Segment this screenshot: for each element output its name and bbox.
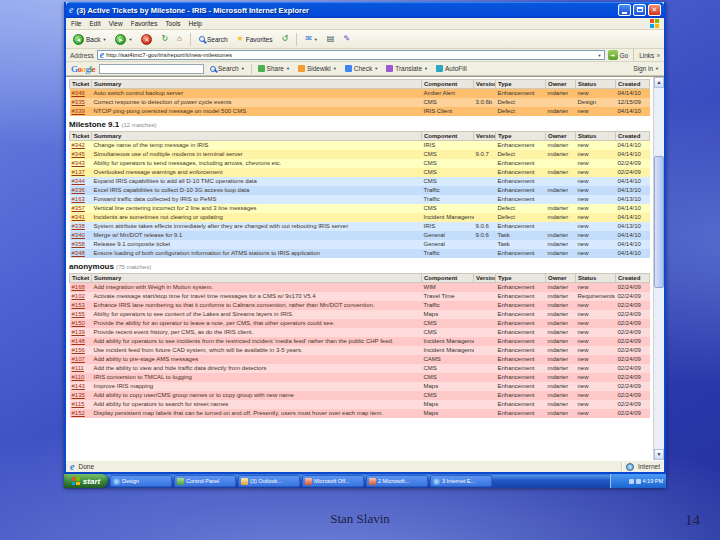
cell-summary[interactable]: Add the ability to view and hide traffic…	[92, 364, 422, 373]
cell-summary[interactable]: Add ability to copy user/CMS group names…	[92, 391, 422, 400]
search-button[interactable]: Search	[196, 35, 231, 44]
google-check-button[interactable]: Check▼	[343, 65, 380, 72]
cell-ticket[interactable]: #107	[70, 355, 92, 364]
maximize-button[interactable]	[633, 4, 646, 16]
scroll-down-icon[interactable]: ▼	[654, 449, 664, 460]
cell-summary[interactable]: Improve IRIS mapping	[92, 382, 422, 391]
cell-summary[interactable]: Ability for operators to send messages, …	[92, 159, 422, 168]
column-header-version[interactable]: Version	[474, 274, 496, 283]
cell-ticket[interactable]: #338	[70, 222, 92, 231]
column-header-status[interactable]: Status	[576, 80, 616, 89]
cell-ticket[interactable]: #150	[70, 319, 92, 328]
cell-ticket[interactable]: #110	[70, 373, 92, 382]
menu-tools[interactable]: Tools	[165, 20, 180, 27]
favorites-button[interactable]: ★ Favorites	[234, 34, 276, 44]
section-title[interactable]: Milestone 9.1	[69, 120, 119, 129]
cell-ticket[interactable]: #152	[70, 409, 92, 418]
cell-ticket[interactable]: #137	[70, 168, 92, 177]
close-button[interactable]: ✕	[648, 4, 661, 16]
cell-summary[interactable]: Add ability for operators to search for …	[92, 400, 422, 409]
cell-ticket[interactable]: #342	[70, 141, 92, 151]
cell-ticket[interactable]: #341	[70, 213, 92, 222]
cell-ticket[interactable]: #153	[70, 301, 92, 310]
taskbar-item-control-panel[interactable]: Control Panel	[174, 475, 236, 487]
taskbar-item-design[interactable]: Design	[110, 475, 172, 487]
column-header-ticket[interactable]: Ticket	[70, 274, 92, 283]
cell-ticket[interactable]: #139	[70, 328, 92, 337]
tray-icon[interactable]	[636, 479, 641, 484]
refresh-button[interactable]: ↻	[158, 34, 171, 44]
taskbar-item-internet-explorer[interactable]: 3 Internet E...	[430, 475, 492, 487]
cell-summary[interactable]: Use incident feed from future CAD system…	[92, 346, 422, 355]
menu-view[interactable]: View	[109, 20, 123, 27]
google-autofill-button[interactable]: AutoFill	[434, 65, 469, 72]
vertical-scrollbar[interactable]: ▲ ▼	[653, 77, 664, 460]
google-sidewiki-button[interactable]: Sidewiki▼	[296, 65, 339, 72]
cell-summary[interactable]: Forward traffic data collected by IRIS t…	[92, 195, 422, 204]
cell-ticket[interactable]: #168	[70, 283, 92, 293]
cell-summary[interactable]: Auto switch control backup server	[92, 89, 422, 99]
section-title[interactable]: anonymous	[69, 262, 114, 271]
cell-summary[interactable]: Vertical line centering incorrect for 2 …	[92, 204, 422, 213]
mail-button[interactable]: ✉▼	[302, 34, 321, 44]
history-button[interactable]: ↺	[278, 34, 291, 44]
system-tray[interactable]: 4:19 PM	[610, 474, 666, 488]
cell-summary[interactable]: Correct response to detection of power c…	[92, 98, 422, 107]
menu-help[interactable]: Help	[189, 20, 202, 27]
forward-dropdown-icon[interactable]: ▼	[128, 37, 132, 42]
edit-button[interactable]: ✎	[340, 34, 353, 44]
forward-button[interactable]: ► ▼	[112, 33, 135, 46]
menu-file[interactable]: File	[71, 20, 81, 27]
go-button[interactable]: ➔ Go	[608, 50, 629, 60]
menu-edit[interactable]: Edit	[89, 20, 100, 27]
cell-summary[interactable]: Add ability for operators to see inciden…	[92, 337, 422, 346]
cell-ticket[interactable]: #339	[70, 107, 92, 116]
cell-summary[interactable]: Activate message start/stop time for tra…	[92, 292, 422, 301]
cell-summary[interactable]: System attribute takes effects immediate…	[92, 222, 422, 231]
column-header-owner[interactable]: Owner	[546, 274, 576, 283]
cell-ticket[interactable]: #111	[70, 364, 92, 373]
taskbar-item-office[interactable]: Microsoft Off...	[302, 475, 364, 487]
column-header-created[interactable]: Created	[616, 274, 650, 283]
cell-summary[interactable]: NTCIP ping-pong oversized message on mod…	[92, 107, 422, 116]
cell-summary[interactable]: Expand IRIS capabilities to add all D-10…	[92, 177, 422, 186]
taskbar-item-office-group[interactable]: 2 Microsoft...	[366, 475, 428, 487]
address-input[interactable]: e http://sat4tmc7-gov/iris/report/it/new…	[97, 50, 605, 60]
taskbar-item-outlook[interactable]: (3) Outlook...	[238, 475, 300, 487]
cell-summary[interactable]: Display persistent map labels that can b…	[92, 409, 422, 418]
column-header-created[interactable]: Created	[616, 80, 650, 89]
cell-ticket[interactable]: #155	[70, 310, 92, 319]
cell-summary[interactable]: Release 9.1 composite ticket	[92, 240, 422, 249]
cell-summary[interactable]: Incidents are sometimes not clearing or …	[92, 213, 422, 222]
scroll-up-icon[interactable]: ▲	[654, 77, 664, 88]
cell-ticket[interactable]: #344	[70, 177, 92, 186]
home-button[interactable]: ⌂	[174, 34, 185, 44]
column-header-owner[interactable]: Owner	[546, 132, 576, 141]
address-dropdown-icon[interactable]: ▼	[598, 53, 602, 58]
cell-summary[interactable]: Merge w/ Mn/DOT release for 9.1	[92, 231, 422, 240]
column-header-owner[interactable]: Owner	[546, 80, 576, 89]
google-search-button[interactable]: Search▼	[208, 65, 247, 72]
menu-favorites[interactable]: Favorites	[131, 20, 158, 27]
google-share-button[interactable]: Share▼	[256, 65, 292, 72]
start-button[interactable]: start	[64, 474, 108, 488]
stop-button[interactable]: ✕	[138, 33, 155, 46]
column-header-created[interactable]: Created	[616, 132, 650, 141]
tray-icon[interactable]	[629, 479, 634, 484]
cell-summary[interactable]: Ability for operators to see content of …	[92, 310, 422, 319]
column-header-status[interactable]: Status	[576, 132, 616, 141]
cell-summary[interactable]: Overlooked message warnings and enforcem…	[92, 168, 422, 177]
column-header-type[interactable]: Type	[496, 274, 546, 283]
google-translate-button[interactable]: Translate▼	[384, 65, 430, 72]
column-header-status[interactable]: Status	[576, 274, 616, 283]
cell-summary[interactable]: Add ability to pre-stage AMS messages	[92, 355, 422, 364]
cell-summary[interactable]: IRIS conversion to TMCAL to logging	[92, 373, 422, 382]
cell-ticket[interactable]: #115	[70, 400, 92, 409]
column-header-component[interactable]: Component	[422, 132, 474, 141]
cell-ticket[interactable]: #345	[70, 150, 92, 159]
scrollbar-track[interactable]	[654, 88, 664, 449]
cell-summary[interactable]: Excel IRIS capabilities to collect D-10 …	[92, 186, 422, 195]
google-signin-button[interactable]: Sign in▼	[633, 65, 659, 72]
back-dropdown-icon[interactable]: ▼	[102, 37, 106, 42]
column-header-component[interactable]: Component	[422, 80, 474, 89]
